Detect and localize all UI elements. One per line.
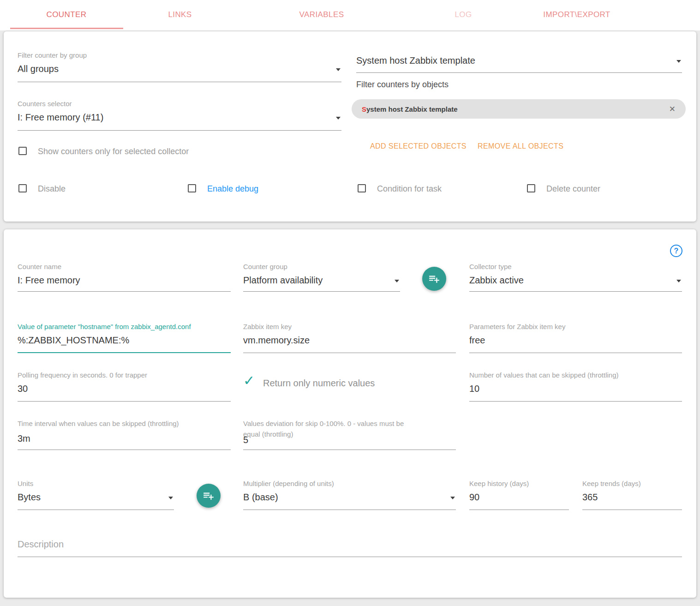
field-underline bbox=[243, 291, 400, 292]
keep-trends-field: Keep trends (days) 365 bbox=[582, 478, 682, 510]
show-counters-checkbox-label[interactable]: Show counters only for selected collecto… bbox=[38, 147, 189, 156]
chevron-down-icon[interactable] bbox=[336, 117, 341, 120]
playlist-add-icon bbox=[203, 490, 215, 502]
field-underline bbox=[243, 450, 456, 450]
hostname-param-label: Value of parameter "hostname" from zabbi… bbox=[18, 321, 231, 332]
keep-history-field: Keep history (days) 90 bbox=[469, 478, 569, 510]
zabbix-item-key-label: Zabbix item key bbox=[243, 321, 456, 332]
field-underline bbox=[18, 450, 231, 450]
multiplier-select[interactable]: B (base) bbox=[243, 492, 278, 503]
skip-interval-field: Time interval when values can be skipped… bbox=[18, 418, 231, 450]
counter-group-select[interactable]: Platform availability bbox=[243, 275, 323, 286]
item-key-params-input[interactable]: free bbox=[469, 335, 485, 346]
tab-log[interactable]: LOG bbox=[455, 10, 472, 19]
deviation-label: Values deviation for skip 0-100%. 0 - va… bbox=[243, 418, 414, 439]
skip-count-label: Number of values that can be skipped (th… bbox=[469, 370, 682, 380]
add-counter-group-button[interactable] bbox=[422, 267, 446, 291]
numeric-only-check-icon[interactable]: ✓ bbox=[243, 372, 255, 389]
disable-checkbox-label[interactable]: Disable bbox=[38, 184, 66, 194]
chevron-down-icon[interactable] bbox=[676, 60, 681, 63]
delete-counter-checkbox-label[interactable]: Delete counter bbox=[546, 184, 600, 194]
multiplier-label: Multiplier (depending of units) bbox=[243, 478, 456, 489]
field-underline bbox=[356, 72, 682, 73]
counters-selector-field: Counters selector I: Free memory (#11) bbox=[18, 98, 341, 131]
item-key-params-field: Parameters for Zabbix item key free bbox=[469, 321, 682, 353]
item-key-params-label: Parameters for Zabbix item key bbox=[469, 321, 682, 332]
field-underline bbox=[469, 291, 682, 292]
keep-history-label: Keep history (days) bbox=[469, 478, 569, 489]
tab-import-export[interactable]: IMPORT\EXPORT bbox=[543, 10, 610, 19]
condition-for-task-checkbox[interactable] bbox=[358, 184, 366, 192]
chip-label-highlight: S bbox=[362, 105, 366, 113]
description-field bbox=[18, 527, 682, 557]
deviation-input[interactable]: 5 bbox=[243, 435, 248, 445]
units-field: Units Bytes bbox=[18, 478, 174, 510]
collector-type-label: Collector type bbox=[469, 261, 682, 272]
counters-selector-select[interactable]: I: Free memory (#11) bbox=[18, 112, 103, 123]
tab-counter[interactable]: COUNTER bbox=[47, 10, 87, 19]
delete-counter-checkbox[interactable] bbox=[527, 184, 535, 192]
zabbix-item-key-input[interactable]: vm.memory.size bbox=[243, 335, 310, 346]
add-selected-objects-button[interactable]: ADD SELECTED OBJECTS bbox=[370, 142, 467, 150]
disable-checkbox[interactable] bbox=[18, 184, 27, 192]
template-select-field: System host Zabbix template bbox=[356, 42, 682, 73]
template-select[interactable]: System host Zabbix template bbox=[356, 55, 475, 66]
selected-object-chip: System host Zabbix template ✕ bbox=[352, 99, 686, 119]
polling-frequency-field: Polling frequency in seconds. 0 for trap… bbox=[18, 370, 231, 402]
chevron-down-icon[interactable] bbox=[168, 497, 173, 499]
polling-frequency-label: Polling frequency in seconds. 0 for trap… bbox=[18, 370, 231, 380]
counter-form-card: ? Counter name I: Free memory Counter gr… bbox=[4, 229, 696, 598]
add-units-button[interactable] bbox=[197, 484, 221, 508]
field-underline bbox=[18, 130, 341, 131]
objects-filter-label: Filter counters by objects bbox=[356, 80, 449, 90]
remove-all-objects-button[interactable]: REMOVE ALL OBJECTS bbox=[478, 142, 563, 150]
collector-type-select[interactable]: Zabbix active bbox=[469, 275, 524, 286]
chevron-down-icon[interactable] bbox=[336, 68, 341, 71]
hostname-param-input[interactable]: %:ZABBIX_HOSTNAME:% bbox=[18, 335, 129, 346]
field-underline bbox=[469, 353, 682, 353]
field-underline bbox=[243, 510, 456, 510]
filter-group-select[interactable]: All groups bbox=[18, 64, 59, 74]
condition-for-task-checkbox-label[interactable]: Condition for task bbox=[377, 184, 442, 194]
hostname-param-field: Value of parameter "hostname" from zabbi… bbox=[18, 321, 231, 353]
enable-debug-checkbox-label[interactable]: Enable debug bbox=[207, 184, 258, 194]
multiplier-field: Multiplier (depending of units) B (base) bbox=[243, 478, 456, 510]
field-underline bbox=[243, 353, 456, 353]
field-underline bbox=[18, 82, 341, 82]
description-input[interactable] bbox=[18, 539, 682, 550]
counter-name-input[interactable]: I: Free memory bbox=[18, 275, 80, 286]
field-underline bbox=[469, 401, 682, 402]
filter-group-label: Filter counter by group bbox=[18, 50, 341, 60]
counter-group-field: Counter group Platform availability bbox=[243, 261, 400, 292]
keep-history-input[interactable]: 90 bbox=[469, 492, 479, 503]
show-counters-checkbox[interactable] bbox=[18, 147, 27, 155]
chip-label-rest: ystem host Zabbix template bbox=[366, 105, 458, 113]
polling-frequency-input[interactable]: 30 bbox=[18, 384, 28, 394]
counters-selector-label: Counters selector bbox=[18, 98, 341, 109]
zabbix-item-key-field: Zabbix item key vm.memory.size bbox=[243, 321, 456, 353]
skip-count-input[interactable]: 10 bbox=[469, 384, 479, 394]
numeric-only-label[interactable]: Return only numeric values bbox=[263, 378, 375, 389]
counter-name-label: Counter name bbox=[18, 261, 231, 272]
help-icon[interactable]: ? bbox=[670, 245, 682, 257]
keep-trends-input[interactable]: 365 bbox=[582, 492, 598, 503]
units-label: Units bbox=[18, 478, 174, 489]
counter-name-field: Counter name I: Free memory bbox=[18, 261, 231, 292]
field-underline bbox=[18, 401, 231, 402]
units-select[interactable]: Bytes bbox=[18, 492, 41, 503]
chevron-down-icon[interactable] bbox=[450, 497, 455, 499]
chevron-down-icon[interactable] bbox=[395, 280, 399, 282]
tab-links[interactable]: LINKS bbox=[168, 10, 191, 19]
filter-card: Filter counter by group All groups Count… bbox=[4, 31, 696, 222]
chip-label: System host Zabbix template bbox=[362, 105, 458, 113]
enable-debug-checkbox[interactable] bbox=[188, 184, 196, 192]
skip-interval-label: Time interval when values can be skipped… bbox=[18, 418, 231, 429]
field-underline bbox=[469, 510, 569, 510]
skip-count-field: Number of values that can be skipped (th… bbox=[469, 370, 682, 402]
playlist-add-icon bbox=[428, 273, 440, 285]
tab-variables[interactable]: VARIABLES bbox=[299, 10, 344, 19]
chevron-down-icon[interactable] bbox=[676, 280, 681, 282]
chip-close-icon[interactable]: ✕ bbox=[669, 104, 676, 114]
skip-interval-input[interactable]: 3m bbox=[18, 433, 30, 444]
deviation-field: Values deviation for skip 0-100%. 0 - va… bbox=[243, 418, 456, 450]
